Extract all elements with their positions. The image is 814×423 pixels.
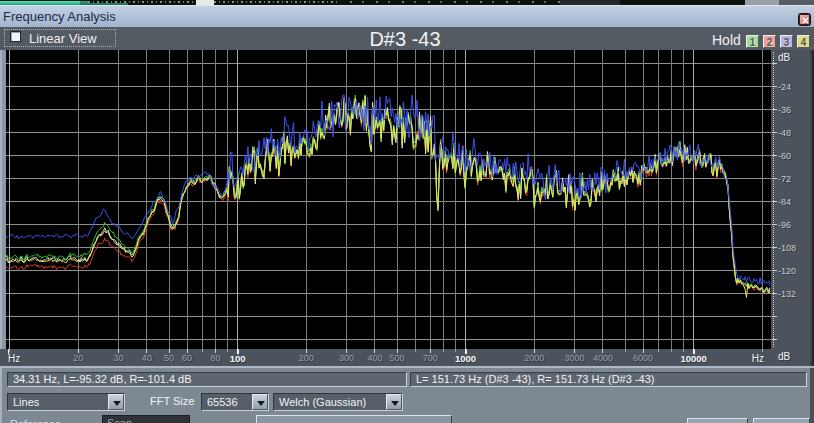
svg-text:10000: 10000 — [680, 353, 706, 364]
svg-text:Hz: Hz — [752, 353, 764, 364]
svg-text:500: 500 — [389, 353, 404, 363]
svg-text:-60: -60 — [778, 151, 791, 161]
svg-text:1000: 1000 — [455, 353, 476, 364]
svg-text:dB: dB — [778, 351, 791, 362]
svg-text:-72: -72 — [778, 174, 791, 184]
svg-text:-24: -24 — [778, 82, 791, 92]
svg-text:30: 30 — [113, 353, 123, 363]
svg-text:-48: -48 — [778, 128, 791, 138]
svg-text:700: 700 — [423, 353, 438, 363]
svg-text:80: 80 — [210, 353, 220, 363]
svg-text:400: 400 — [367, 353, 382, 363]
svg-text:6000: 6000 — [633, 353, 653, 363]
svg-text:50: 50 — [164, 353, 174, 363]
svg-text:3000: 3000 — [564, 353, 584, 363]
svg-text:-36: -36 — [778, 105, 791, 115]
svg-text:-120: -120 — [778, 266, 796, 276]
svg-text:300: 300 — [339, 353, 354, 363]
svg-text:20: 20 — [73, 353, 83, 363]
svg-text:4000: 4000 — [593, 353, 613, 363]
svg-text:200: 200 — [299, 353, 314, 363]
svg-text:Hz: Hz — [8, 353, 20, 364]
svg-text:100: 100 — [230, 353, 246, 364]
svg-text:60: 60 — [182, 353, 192, 363]
svg-text:2000: 2000 — [524, 353, 544, 363]
svg-text:dB: dB — [778, 52, 791, 63]
svg-text:-132: -132 — [778, 289, 796, 299]
svg-text:40: 40 — [142, 353, 152, 363]
svg-text:-108: -108 — [778, 243, 796, 253]
svg-text:-84: -84 — [778, 197, 791, 207]
svg-text:-96: -96 — [778, 220, 791, 230]
